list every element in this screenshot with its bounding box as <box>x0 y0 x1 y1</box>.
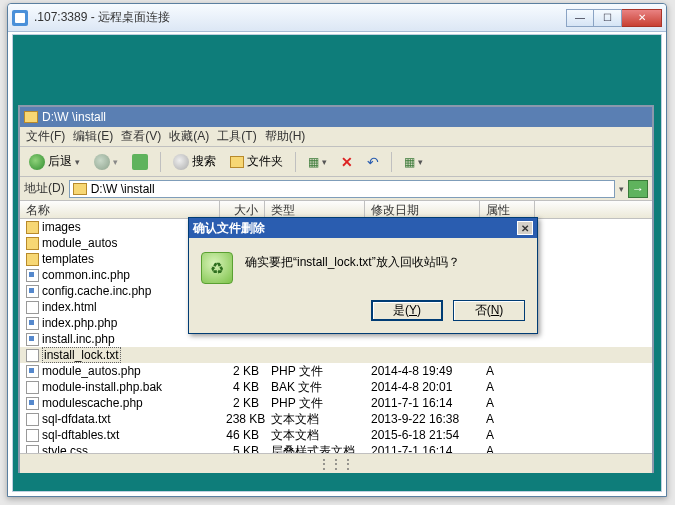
address-value: D:\W \install <box>91 182 155 196</box>
file-attr: A <box>480 412 535 426</box>
menu-view[interactable]: 查看(V) <box>121 128 161 145</box>
dialog-title: 确认文件删除 <box>193 220 517 237</box>
file-row[interactable]: modulescache.php2 KBPHP 文件2011-7-1 16:14… <box>20 395 652 411</box>
dialog-message: 确实要把“install_lock.txt”放入回收站吗？ <box>245 252 460 284</box>
no-button[interactable]: 否(N) <box>453 300 525 321</box>
folder-icon <box>73 183 87 195</box>
undo-button[interactable]: ↶ <box>362 150 384 174</box>
back-button[interactable]: 后退▾ <box>24 150 85 174</box>
maximize-button[interactable]: ☐ <box>594 9 622 27</box>
col-type[interactable]: 类型 <box>265 201 365 218</box>
file-name: index.html <box>42 300 97 314</box>
file-name: module_autos <box>42 236 117 250</box>
delete-icon: ✕ <box>341 154 353 170</box>
file-name: config.cache.inc.php <box>42 284 151 298</box>
undo-icon: ↶ <box>367 154 379 170</box>
php-icon <box>26 365 39 378</box>
file-row[interactable]: module_autos.php2 KBPHP 文件2014-4-8 19:49… <box>20 363 652 379</box>
rdp-window: .107:3389 - 远程桌面连接 — ☐ ✕ D:\W \install 文… <box>7 3 667 497</box>
yes-button[interactable]: 是(Y) <box>371 300 443 321</box>
recycle-icon <box>201 252 233 284</box>
explorer-title: D:\W \install <box>42 110 648 124</box>
dialog-close-button[interactable]: ✕ <box>517 221 533 235</box>
go-icon: → <box>632 182 644 196</box>
php-icon <box>26 269 39 282</box>
rdp-title: .107:3389 - 远程桌面连接 <box>34 9 566 26</box>
menu-edit[interactable]: 编辑(E) <box>73 128 113 145</box>
address-dropdown[interactable]: ▾ <box>619 184 624 194</box>
rdp-titlebar[interactable]: .107:3389 - 远程桌面连接 — ☐ ✕ <box>8 4 666 32</box>
search-icon <box>173 154 189 170</box>
separator <box>391 152 392 172</box>
address-bar: 地址(D) D:\W \install ▾ → <box>20 177 652 201</box>
file-name: sql-dftables.txt <box>42 428 119 442</box>
file-size: 46 KB <box>220 428 265 442</box>
file-row[interactable]: module-install.php.bak4 KBBAK 文件2014-4-8… <box>20 379 652 395</box>
file-date: 2015-6-18 21:54 <box>365 428 480 442</box>
file-name: install.inc.php <box>42 332 115 346</box>
file-date: 2011-7-1 16:14 <box>365 444 480 453</box>
views-icon: ▦ <box>308 155 319 169</box>
status-bar: ⋮⋮⋮ <box>20 453 652 473</box>
file-type: 层叠样式表文档 <box>265 443 365 454</box>
file-type: 文本文档 <box>265 427 365 444</box>
file-attr: A <box>480 444 535 453</box>
separator <box>160 152 161 172</box>
file-row[interactable]: install_lock.txt <box>20 347 652 363</box>
col-name[interactable]: 名称 <box>20 201 220 218</box>
delete-button[interactable]: ✕ <box>336 150 358 174</box>
file-row[interactable]: style.css5 KB层叠样式表文档2011-7-1 16:14A <box>20 443 652 453</box>
file-name: modulescache.php <box>42 396 143 410</box>
col-size[interactable]: 大小 <box>220 201 265 218</box>
php-icon <box>26 397 39 410</box>
file-size: 4 KB <box>220 380 265 394</box>
php-icon <box>26 285 39 298</box>
minimize-button[interactable]: — <box>566 9 594 27</box>
file-type: BAK 文件 <box>265 379 365 396</box>
menu-file[interactable]: 文件(F) <box>26 128 65 145</box>
txt-icon <box>26 413 39 426</box>
php-icon <box>26 333 39 346</box>
dialog-titlebar[interactable]: 确认文件删除 ✕ <box>189 218 537 238</box>
file-date: 2011-7-1 16:14 <box>365 396 480 410</box>
resize-grip[interactable]: ⋮⋮⋮ <box>318 457 354 471</box>
file-size: 2 KB <box>220 396 265 410</box>
file-name: sql-dfdata.txt <box>42 412 111 426</box>
file-row[interactable]: sql-dftables.txt46 KB文本文档2015-6-18 21:54… <box>20 427 652 443</box>
go-button[interactable]: → <box>628 180 648 198</box>
confirm-delete-dialog: 确认文件删除 ✕ 确实要把“install_lock.txt”放入回收站吗？ 是… <box>188 217 538 334</box>
file-name: module-install.php.bak <box>42 380 162 394</box>
address-label: 地址(D) <box>24 180 65 197</box>
css-icon <box>26 445 39 454</box>
folder-icon <box>26 221 39 234</box>
file-name: index.php.php <box>42 316 117 330</box>
file-size: 5 KB <box>220 444 265 453</box>
menu-help[interactable]: 帮助(H) <box>265 128 306 145</box>
txt-icon <box>26 429 39 442</box>
forward-icon <box>94 154 110 170</box>
file-name: module_autos.php <box>42 364 141 378</box>
menu-favorites[interactable]: 收藏(A) <box>169 128 209 145</box>
folders-button[interactable]: 文件夹 <box>225 150 288 174</box>
file-size: 2 KB <box>220 364 265 378</box>
file-name: templates <box>42 252 94 266</box>
file-row[interactable]: sql-dfdata.txt238 KB文本文档2013-9-22 16:38A <box>20 411 652 427</box>
menu-tools[interactable]: 工具(T) <box>217 128 256 145</box>
address-input[interactable]: D:\W \install <box>69 180 615 198</box>
file-name: images <box>42 220 81 234</box>
up-button[interactable] <box>127 150 153 174</box>
file-attr: A <box>480 364 535 378</box>
close-button[interactable]: ✕ <box>622 9 662 27</box>
extra-button[interactable]: ▦▾ <box>399 150 428 174</box>
explorer-titlebar[interactable]: D:\W \install <box>20 107 652 127</box>
file-name: install_lock.txt <box>42 347 121 363</box>
search-button[interactable]: 搜索 <box>168 150 221 174</box>
forward-button[interactable]: ▾ <box>89 150 123 174</box>
col-attr[interactable]: 属性 <box>480 201 535 218</box>
rdp-icon <box>12 10 28 26</box>
bak-icon <box>26 381 39 394</box>
file-date: 2013-9-22 16:38 <box>365 412 480 426</box>
folder-icon <box>24 111 38 123</box>
col-date[interactable]: 修改日期 <box>365 201 480 218</box>
views-button[interactable]: ▦▾ <box>303 150 332 174</box>
